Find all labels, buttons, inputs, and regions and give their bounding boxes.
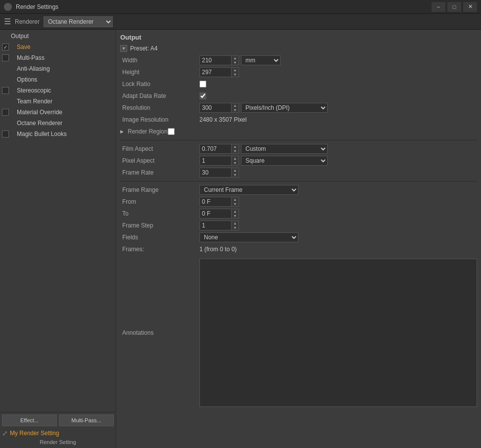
fields-label: Fields	[120, 234, 199, 241]
pixel-aspect-select[interactable]: Square D1/DV NTSC	[241, 156, 328, 166]
menu-icon[interactable]: ☰	[4, 17, 11, 26]
frame-rate-up[interactable]: ▲	[232, 168, 239, 173]
annotations-row: Annotations	[120, 259, 477, 407]
multi-pass-button[interactable]: Multi-Pass...	[59, 414, 114, 426]
frame-range-select[interactable]: Current Frame All Frames Preview Range C…	[199, 185, 298, 195]
pixel-aspect-down[interactable]: ▼	[232, 161, 239, 165]
sidebar-item-material-override[interactable]: Material Override	[0, 107, 116, 118]
sidebar-item-anti-aliasing-label: Anti-Aliasing	[17, 65, 50, 72]
sidebar-item-stereoscopic[interactable]: Stereoscopic	[0, 85, 116, 96]
multi-pass-checkbox[interactable]	[2, 54, 9, 61]
height-down[interactable]: ▼	[232, 72, 239, 77]
frames-control: 1 (from 0 to 0)	[199, 246, 477, 253]
from-spinner: ▲ ▼	[199, 197, 239, 207]
maximize-button[interactable]: □	[447, 2, 461, 12]
adapt-data-rate-label: Adapt Data Rate	[120, 92, 199, 99]
magic-bullet-checkbox[interactable]	[2, 131, 9, 137]
frame-step-input[interactable]	[199, 221, 232, 230]
from-label: From	[120, 198, 199, 205]
sidebar-item-anti-aliasing[interactable]: Anti-Aliasing	[0, 63, 116, 74]
width-control: ▲ ▼ mmcmm	[199, 55, 477, 65]
renderer-select[interactable]: Octane Renderer	[44, 16, 113, 27]
to-input[interactable]	[199, 209, 232, 219]
sidebar-item-options[interactable]: Options	[0, 74, 116, 85]
sidebar-footer-buttons: Effect... Multi-Pass...	[2, 414, 114, 426]
main-container: ☰ Renderer Octane Renderer Output Save	[0, 14, 481, 448]
from-up[interactable]: ▲	[232, 197, 239, 202]
pixel-aspect-spinner: ▲ ▼	[199, 156, 239, 166]
save-checkbox[interactable]	[2, 44, 9, 50]
frame-rate-down[interactable]: ▼	[232, 173, 239, 177]
to-up[interactable]: ▲	[232, 209, 239, 214]
annotations-box[interactable]	[199, 259, 477, 407]
render-region-collapse[interactable]: ▶	[120, 129, 124, 134]
frame-rate-input[interactable]	[199, 168, 232, 178]
width-input[interactable]	[199, 55, 232, 65]
annotations-area: Annotations	[120, 259, 477, 407]
sidebar-item-octane-renderer[interactable]: Octane Renderer	[0, 118, 116, 129]
resolution-label: Resolution	[120, 104, 199, 111]
from-row: From ▲ ▼	[120, 196, 477, 207]
render-region-control	[168, 128, 477, 135]
from-input[interactable]	[199, 197, 232, 207]
preset-row: ▼ Preset: A4	[120, 45, 477, 52]
from-control: ▲ ▼	[199, 197, 477, 207]
film-aspect-control: ▲ ▼ Custom HDTV Film	[199, 144, 477, 154]
lock-ratio-checkbox[interactable]	[199, 81, 206, 88]
width-unit-select[interactable]: mmcmm	[241, 55, 281, 65]
film-aspect-up[interactable]: ▲	[232, 144, 239, 149]
resolution-unit-select[interactable]: Pixels/Inch (DPI) Pixels/cm	[241, 103, 328, 113]
film-aspect-spinner: ▲ ▼	[199, 144, 239, 154]
frame-step-row: Frame Step ▲ ▼	[120, 220, 477, 231]
toolbar: ☰ Renderer Octane Renderer	[0, 14, 481, 30]
preset-label: Preset: A4	[130, 45, 157, 52]
render-region-row: ▶ Render Region	[120, 126, 477, 137]
sidebar-item-team-render[interactable]: Team Render	[0, 96, 116, 107]
resolution-up[interactable]: ▲	[232, 103, 239, 108]
render-region-checkbox[interactable]	[168, 128, 175, 135]
from-down[interactable]: ▼	[232, 202, 239, 206]
sidebar-item-magic-bullet-label: Magic Bullet Looks	[17, 131, 67, 137]
sidebar-item-stereoscopic-label: Stereoscopic	[17, 87, 51, 94]
pixel-aspect-input[interactable]	[199, 156, 232, 166]
output-title: Output	[120, 34, 477, 41]
content-area: Output Save Multi-Pass Anti-Aliasing	[0, 30, 481, 448]
frame-step-up[interactable]: ▲	[232, 221, 239, 225]
sidebar-item-save[interactable]: Save	[0, 42, 116, 52]
window-title: Render Settings	[16, 3, 428, 10]
divider-2	[120, 181, 477, 181]
pixel-aspect-up[interactable]: ▲	[232, 156, 239, 161]
sidebar-item-save-label: Save	[17, 44, 30, 50]
resolution-down[interactable]: ▼	[232, 108, 239, 112]
film-aspect-input[interactable]	[199, 144, 232, 154]
minimize-button[interactable]: −	[432, 2, 445, 12]
adapt-data-rate-checkbox[interactable]	[199, 92, 206, 99]
to-down[interactable]: ▼	[232, 214, 239, 218]
material-override-checkbox[interactable]	[2, 109, 9, 116]
preset-collapse-arrow[interactable]: ▼	[120, 45, 127, 52]
width-down[interactable]: ▼	[232, 60, 239, 65]
width-up[interactable]: ▲	[232, 56, 239, 60]
frame-step-down[interactable]: ▼	[232, 225, 239, 230]
resolution-control: ▲ ▼ Pixels/Inch (DPI) Pixels/cm	[199, 103, 477, 113]
stereoscopic-checkbox[interactable]	[2, 87, 9, 94]
sidebar-item-multi-pass[interactable]: Multi-Pass	[0, 52, 116, 63]
frame-rate-spinner: ▲ ▼	[199, 168, 239, 178]
sidebar-item-output[interactable]: Output	[0, 31, 116, 42]
effect-button[interactable]: Effect...	[2, 414, 57, 426]
height-input[interactable]	[199, 67, 232, 77]
height-up[interactable]: ▲	[232, 68, 239, 72]
to-control: ▲ ▼	[199, 209, 477, 219]
film-aspect-row: Film Aspect ▲ ▼ Custom HDTV Film	[120, 143, 477, 154]
film-aspect-select[interactable]: Custom HDTV Film	[241, 144, 328, 154]
fields-control: None Even Odd	[199, 232, 477, 242]
film-aspect-down[interactable]: ▼	[232, 149, 239, 153]
resolution-input[interactable]	[199, 103, 232, 113]
fields-select[interactable]: None Even Odd	[199, 232, 298, 242]
close-button[interactable]: ✕	[463, 2, 477, 12]
pixel-aspect-label: Pixel Aspect	[120, 157, 199, 164]
lock-ratio-label: Lock Ratio	[120, 81, 199, 88]
sidebar-item-magic-bullet[interactable]: Magic Bullet Looks	[0, 129, 116, 139]
image-resolution-control: 2480 x 3507 Pixel	[199, 116, 477, 123]
from-arrows: ▲ ▼	[232, 197, 239, 207]
